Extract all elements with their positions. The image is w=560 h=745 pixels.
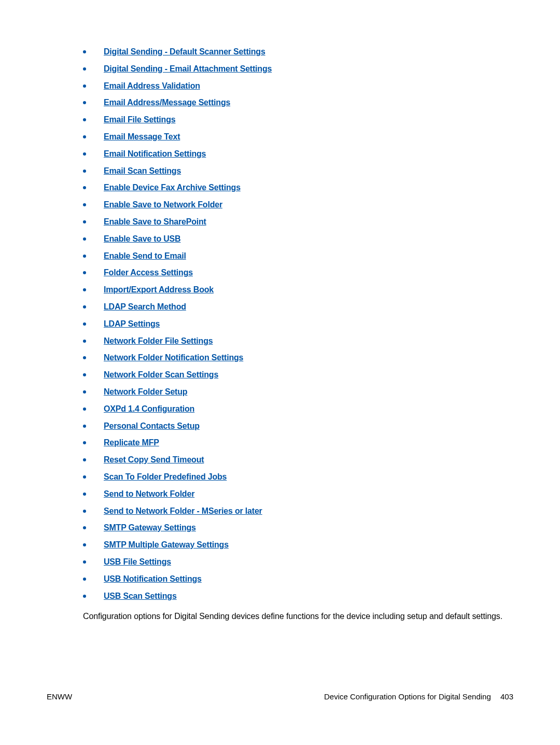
footer-section-title: Device Configuration Options for Digital… [324, 692, 491, 701]
list-item: Send to Network Folder - MSeries or late… [83, 506, 513, 517]
list-item: Digital Sending - Default Scanner Settin… [83, 47, 513, 58]
list-item: Enable Device Fax Archive Settings [83, 182, 513, 193]
config-link[interactable]: Network Folder File Settings [104, 336, 213, 345]
config-link[interactable]: Enable Save to SharePoint [104, 217, 206, 226]
list-item: Email Address Validation [83, 81, 513, 92]
config-link[interactable]: USB File Settings [104, 557, 171, 566]
list-item: Enable Save to SharePoint [83, 217, 513, 228]
config-link[interactable]: Scan To Folder Predefined Jobs [104, 472, 227, 481]
config-link[interactable]: Email Address/Message Settings [104, 98, 230, 107]
config-link[interactable]: Folder Access Settings [104, 268, 193, 277]
config-link[interactable]: Email Scan Settings [104, 166, 181, 175]
list-item: Reset Copy Send Timeout [83, 455, 513, 466]
config-link[interactable]: USB Notification Settings [104, 574, 202, 583]
list-item: Email Address/Message Settings [83, 97, 513, 108]
list-item: Import/Export Address Book [83, 285, 513, 296]
config-link[interactable]: Network Folder Scan Settings [104, 370, 218, 379]
list-item: Enable Send to Email [83, 251, 513, 262]
config-link[interactable]: SMTP Gateway Settings [104, 523, 196, 532]
list-item: Personal Contacts Setup [83, 421, 513, 432]
list-item: Network Folder Setup [83, 387, 513, 398]
document-page: Digital Sending - Default Scanner Settin… [0, 0, 560, 745]
config-link[interactable]: Network Folder Setup [104, 387, 187, 396]
config-link[interactable]: Email File Settings [104, 115, 175, 124]
config-link[interactable]: LDAP Settings [104, 319, 160, 328]
list-item: SMTP Gateway Settings [83, 523, 513, 533]
list-item: Email File Settings [83, 115, 513, 125]
list-item: Email Notification Settings [83, 149, 513, 160]
link-list: Digital Sending - Default Scanner Settin… [47, 47, 513, 601]
list-item: Digital Sending - Email Attachment Setti… [83, 64, 513, 75]
config-link[interactable]: Enable Save to Network Folder [104, 200, 222, 209]
config-link[interactable]: Digital Sending - Default Scanner Settin… [104, 47, 265, 56]
config-link[interactable]: Send to Network Folder - MSeries or late… [104, 507, 262, 515]
config-link[interactable]: Network Folder Notification Settings [104, 353, 243, 362]
config-link[interactable]: SMTP Multiple Gateway Settings [104, 540, 229, 549]
config-link[interactable]: Enable Device Fax Archive Settings [104, 183, 241, 192]
list-item: USB File Settings [83, 557, 513, 568]
list-item: Enable Save to USB [83, 234, 513, 245]
footer-right: Device Configuration Options for Digital… [324, 692, 513, 701]
config-link[interactable]: Enable Send to Email [104, 251, 186, 260]
config-link[interactable]: Digital Sending - Email Attachment Setti… [104, 64, 272, 73]
config-link[interactable]: Email Notification Settings [104, 149, 206, 158]
list-item: Replicate MFP [83, 438, 513, 448]
config-link[interactable]: Personal Contacts Setup [104, 421, 200, 430]
list-item: USB Scan Settings [83, 591, 513, 602]
list-item: Network Folder File Settings [83, 336, 513, 347]
list-item: SMTP Multiple Gateway Settings [83, 540, 513, 551]
config-link[interactable]: Replicate MFP [104, 438, 159, 447]
config-link[interactable]: Send to Network Folder [104, 489, 194, 498]
config-link[interactable]: OXPd 1.4 Configuration [104, 404, 194, 413]
config-link[interactable]: USB Scan Settings [104, 592, 177, 600]
config-link[interactable]: Email Address Validation [104, 81, 200, 90]
footer-left: ENWW [47, 692, 72, 701]
description-paragraph: Configuration options for Digital Sendin… [83, 611, 513, 622]
config-link[interactable]: Import/Export Address Book [104, 285, 214, 294]
config-link[interactable]: LDAP Search Method [104, 302, 186, 311]
list-item: USB Notification Settings [83, 574, 513, 585]
list-item: Email Scan Settings [83, 166, 513, 177]
list-item: Scan To Folder Predefined Jobs [83, 472, 513, 483]
footer-page-number: 403 [500, 692, 513, 701]
list-item: LDAP Search Method [83, 302, 513, 313]
list-item: Send to Network Folder [83, 489, 513, 500]
list-item: Network Folder Scan Settings [83, 370, 513, 381]
config-link[interactable]: Enable Save to USB [104, 234, 180, 243]
list-item: Email Message Text [83, 132, 513, 143]
list-item: OXPd 1.4 Configuration [83, 404, 513, 415]
list-item: Folder Access Settings [83, 268, 513, 278]
list-item: Network Folder Notification Settings [83, 353, 513, 363]
list-item: Enable Save to Network Folder [83, 200, 513, 210]
list-item: LDAP Settings [83, 319, 513, 330]
page-footer: ENWW Device Configuration Options for Di… [47, 692, 513, 701]
config-link[interactable]: Email Message Text [104, 132, 180, 141]
config-link[interactable]: Reset Copy Send Timeout [104, 455, 204, 464]
